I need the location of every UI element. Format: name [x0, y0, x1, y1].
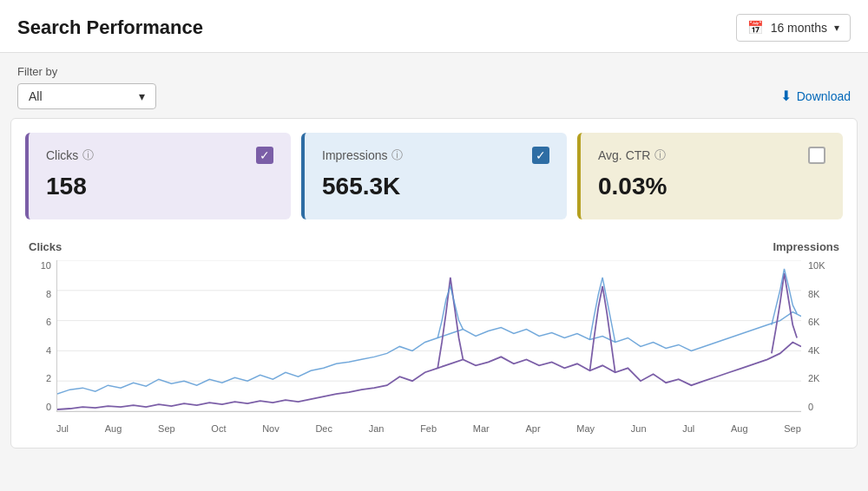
ctr-card-header: Avg. CTR ⓘ	[598, 147, 825, 164]
ctr-card: Avg. CTR ⓘ 0.03%	[577, 133, 843, 219]
chart-right-axis-label: Impressions	[773, 240, 839, 253]
period-selector-button[interactable]: 📅 16 months ▾	[736, 14, 851, 42]
impressions-checkbox[interactable]: ✓	[532, 147, 549, 164]
chart-container: 10 8 6 4 2 0 10K 8K 6K 4K 2K 0	[29, 260, 839, 434]
impressions-card: Impressions ⓘ ✓ 565.3K	[301, 133, 567, 219]
clicks-card: Clicks ⓘ ✓ 158	[25, 133, 291, 219]
download-button[interactable]: ⬇ Download	[780, 82, 851, 109]
chart-svg	[57, 260, 801, 411]
ctr-value: 0.03%	[598, 173, 825, 200]
x-axis: Jul Aug Sep Oct Nov Dec Jan Feb Mar Apr …	[56, 415, 801, 434]
filter-value: All	[29, 89, 43, 103]
main-content: Clicks ⓘ ✓ 158 Impressions ⓘ ✓ 565.3K	[10, 118, 858, 448]
impressions-label: Impressions ⓘ	[322, 147, 403, 163]
page-title: Search Performance	[17, 16, 203, 39]
clicks-checkbox[interactable]: ✓	[256, 147, 273, 164]
metric-cards: Clicks ⓘ ✓ 158 Impressions ⓘ ✓ 565.3K	[25, 133, 843, 219]
chart-header: Clicks Impressions	[29, 240, 839, 253]
ctr-checkbox[interactable]	[808, 147, 825, 164]
y-axis-right: 10K 8K 6K 4K 2K 0	[805, 260, 839, 412]
impressions-info-icon[interactable]: ⓘ	[391, 147, 403, 163]
chart-left-axis-label: Clicks	[29, 240, 62, 253]
toolbar: Filter by All ▾ ⬇ Download	[0, 53, 868, 118]
clicks-label: Clicks ⓘ	[46, 147, 94, 163]
clicks-info-icon[interactable]: ⓘ	[82, 147, 94, 163]
chevron-down-icon: ▾	[834, 22, 839, 34]
download-icon: ⬇	[780, 88, 792, 104]
y-axis-left: 10 8 6 4 2 0	[29, 260, 55, 412]
page-header: Search Performance 📅 16 months ▾	[0, 0, 868, 53]
clicks-card-header: Clicks ⓘ ✓	[46, 147, 273, 164]
filter-section: Filter by All ▾	[17, 65, 156, 109]
impressions-card-header: Impressions ⓘ ✓	[322, 147, 549, 164]
chart-plot	[56, 260, 801, 412]
clicks-value: 158	[46, 173, 273, 200]
filter-label: Filter by	[17, 65, 156, 78]
chart-area: Clicks Impressions 10 8 6 4 2 0 10K 8K 6…	[25, 240, 843, 434]
ctr-info-icon[interactable]: ⓘ	[654, 147, 666, 163]
ctr-label: Avg. CTR ⓘ	[598, 147, 666, 163]
filter-chevron-icon: ▾	[139, 89, 145, 103]
filter-dropdown[interactable]: All ▾	[17, 83, 156, 109]
calendar-icon: 📅	[747, 20, 764, 36]
download-label: Download	[797, 89, 851, 103]
period-label: 16 months	[771, 21, 827, 35]
impressions-value: 565.3K	[322, 173, 549, 200]
